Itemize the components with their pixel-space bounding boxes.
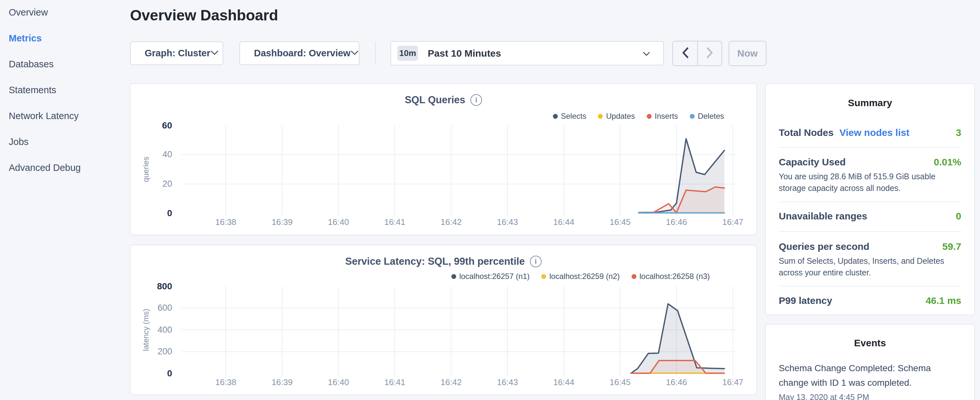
chevron-down-icon [350,50,359,57]
divider [779,231,961,232]
sidebar-item-metrics[interactable]: Metrics [9,32,42,44]
x-tick-label: 16:45 [601,377,640,387]
x-tick-label: 16:40 [319,217,358,227]
event-timestamp: May 13, 2020 at 4:45 PM [779,392,961,400]
sidebar-item-databases[interactable]: Databases [9,58,54,70]
x-tick-label: 16:45 [601,217,640,227]
legend-item-n2[interactable]: localhost:26259 (n2) [541,272,620,281]
x-tick-label: 16:41 [375,377,414,387]
sql-queries-chart-card: SQL Queries Selects Updates Inserts Dele… [130,83,757,235]
time-range-badge: 10m [397,46,418,61]
chart-legend: Selects Updates Inserts Deletes [553,112,724,121]
event-item[interactable]: Schema Change Completed: Schema change w… [779,361,934,390]
x-tick-label: 16:40 [319,377,358,387]
x-tick-label: 16:41 [375,217,414,227]
chart-canvas[interactable] [182,287,735,377]
legend-dot [632,274,636,279]
legend-dot [541,274,546,279]
x-tick-label: 16:42 [431,217,471,227]
legend-item-deletes[interactable]: Deletes [690,112,724,121]
y-axis-label: 400 [129,325,172,335]
info-icon[interactable] [530,256,542,267]
queries-per-second-caption: Sum of Selects, Updates, Inserts, and De… [779,255,961,278]
x-tick-label: 16:39 [263,377,302,387]
x-tick-label: 16:43 [488,377,527,387]
x-tick-label: 16:46 [657,217,696,227]
time-range-dropdown[interactable]: 10m Past 10 Minutes [390,41,664,65]
graph-dropdown[interactable]: Graph: Cluster [130,41,223,65]
chevron-down-icon [210,50,219,57]
legend-dot [690,114,695,119]
summary-row-p99-latency: P99 latency 46.1 ms [779,295,961,306]
time-range-label: Past 10 Minutes [428,48,501,59]
legend-item-n1[interactable]: localhost:26257 (n1) [451,272,530,281]
sidebar-item-advanced-debug[interactable]: Advanced Debug [9,162,81,174]
divider [779,202,961,202]
legend-dot [451,274,456,279]
summary-title: Summary [779,97,961,108]
y-axis-label: 0 [129,368,172,379]
view-nodes-list-link[interactable]: View nodes list [839,127,909,138]
y-axis-label: 40 [129,150,172,159]
sidebar-item-network-latency[interactable]: Network Latency [9,110,79,122]
x-tick-label: 16:42 [431,377,471,387]
sidebar-item-jobs[interactable]: Jobs [9,136,29,148]
y-axis-label: 20 [129,179,172,189]
summary-row-unavailable-ranges: Unavailable ranges 0 [779,211,961,222]
now-button[interactable]: Now [729,41,767,66]
y-axis-title: queries [140,126,151,213]
legend-item-updates[interactable]: Updates [598,112,635,121]
x-tick-label: 16:46 [657,377,696,387]
legend-dot [553,114,558,119]
x-tick-label: 16:44 [544,217,583,227]
summary-panel: Summary Total Nodes View nodes list 3 Ca… [765,83,975,315]
legend-item-inserts[interactable]: Inserts [647,112,678,121]
service-latency-plot[interactable]: latency (ms) 16:3816:3916:4016:4116:4216… [182,287,735,373]
chevron-down-icon [643,51,650,57]
sidebar-item-overview[interactable]: Overview [9,6,48,18]
legend-item-selects[interactable]: Selects [553,112,587,121]
y-axis-label: 600 [129,303,172,313]
x-tick-label: 16:44 [544,377,583,387]
chart-legend: localhost:26257 (n1) localhost:26259 (n2… [451,272,710,281]
page-title: Overview Dashboard [130,6,278,24]
y-axis-label: 0 [129,208,172,218]
info-icon[interactable] [471,94,482,106]
x-tick-label: 16:38 [207,377,245,387]
x-tick-label: 16:38 [207,217,245,227]
header-divider [375,41,375,65]
chart-title: SQL Queries [405,94,465,106]
legend-dot [598,114,603,119]
y-axis-label: 800 [129,281,172,292]
legend-dot [647,114,652,119]
summary-row-capacity-used: Capacity Used 0.01% [779,157,961,167]
next-time-button[interactable] [697,41,721,65]
y-axis-label: 200 [129,347,172,357]
prev-time-button[interactable] [673,41,697,65]
graph-dropdown-label: Graph: Cluster [145,48,210,59]
unavailable-ranges-value: 0 [956,211,961,222]
dashboard-dropdown[interactable]: Dashboard: Overview [239,41,360,65]
sidebar-item-statements[interactable]: Statements [9,84,56,96]
chevron-left-icon [681,47,689,60]
summary-row-total-nodes: Total Nodes View nodes list 3 [779,127,961,138]
x-tick-label: 16:47 [713,377,752,387]
x-tick-label: 16:47 [713,217,752,227]
sql-queries-plot[interactable]: queries 16:3816:3916:4016:4116:4216:4316… [182,126,735,213]
legend-item-n3[interactable]: localhost:26258 (n3) [632,272,710,281]
chart-canvas[interactable] [182,126,735,217]
dashboard-dropdown-label: Dashboard: Overview [254,48,350,59]
queries-per-second-value: 59.7 [942,241,961,252]
chart-title: Service Latency: SQL, 99th percentile [345,256,525,267]
events-panel: Events Schema Change Completed: Schema c… [765,324,975,400]
x-tick-label: 16:43 [488,217,527,227]
total-nodes-value: 3 [956,127,961,138]
y-axis-label: 60 [129,120,172,131]
service-latency-chart-card: Service Latency: SQL, 99th percentile lo… [130,245,757,395]
p99-latency-value: 46.1 ms [926,295,961,306]
divider [779,286,961,287]
summary-row-queries-per-second: Queries per second 59.7 [779,241,961,252]
capacity-used-value: 0.01% [934,157,961,167]
events-title: Events [779,338,961,349]
divider [779,147,961,148]
